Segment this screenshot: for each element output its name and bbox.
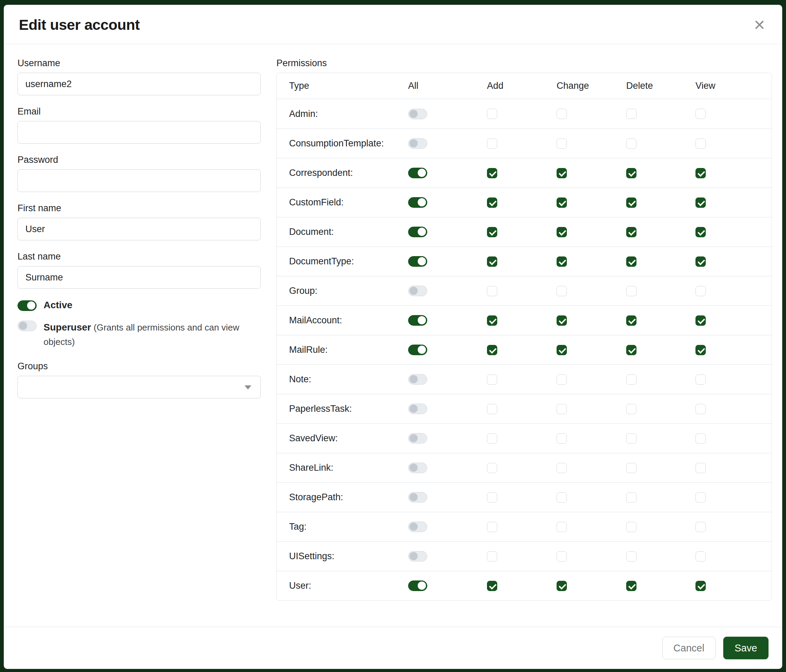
toggle-knob — [418, 345, 426, 354]
permission-add-checkbox[interactable] — [487, 551, 497, 562]
permission-add-checkbox[interactable] — [487, 227, 497, 237]
permission-add-checkbox[interactable] — [487, 345, 497, 355]
permission-delete-checkbox[interactable] — [626, 581, 637, 591]
email-input[interactable] — [17, 121, 261, 144]
permission-change-checkbox[interactable] — [556, 286, 567, 296]
permission-all-toggle[interactable] — [408, 168, 427, 178]
permission-add-checkbox[interactable] — [487, 286, 497, 296]
permission-all-toggle[interactable] — [408, 463, 427, 473]
permission-all-toggle[interactable] — [408, 551, 427, 562]
close-icon[interactable]: × — [752, 15, 767, 34]
permission-view-checkbox[interactable] — [695, 227, 706, 237]
permission-all-toggle[interactable] — [408, 315, 427, 326]
permission-delete-checkbox[interactable] — [626, 227, 637, 237]
permission-add-checkbox[interactable] — [487, 433, 497, 444]
permission-change-checkbox[interactable] — [556, 404, 567, 414]
permission-add-checkbox[interactable] — [487, 581, 497, 591]
permission-view-checkbox[interactable] — [695, 109, 706, 119]
permission-delete-checkbox[interactable] — [626, 109, 637, 119]
permission-delete-checkbox[interactable] — [626, 168, 637, 178]
permission-change-checkbox[interactable] — [556, 316, 567, 326]
permission-all-toggle[interactable] — [408, 256, 427, 267]
permission-view-checkbox[interactable] — [695, 168, 706, 178]
permission-all-toggle[interactable] — [408, 227, 427, 237]
permission-delete-checkbox[interactable] — [626, 256, 637, 267]
permission-add-checkbox[interactable] — [487, 492, 497, 502]
permission-change-checkbox[interactable] — [556, 492, 567, 502]
permission-view-checkbox[interactable] — [695, 286, 706, 296]
permission-all-toggle[interactable] — [408, 433, 427, 444]
permission-add-checkbox[interactable] — [487, 198, 497, 208]
groups-select[interactable] — [17, 376, 261, 399]
permission-view-checkbox[interactable] — [695, 551, 706, 562]
permission-delete-checkbox[interactable] — [626, 138, 637, 149]
password-input[interactable] — [17, 170, 261, 192]
permission-change-checkbox[interactable] — [556, 345, 567, 355]
permission-delete-checkbox[interactable] — [626, 492, 637, 502]
permission-all-toggle[interactable] — [408, 345, 427, 355]
permission-view-checkbox[interactable] — [695, 256, 706, 267]
username-input[interactable] — [17, 73, 261, 95]
permission-change-checkbox[interactable] — [556, 463, 567, 473]
permission-add-checkbox[interactable] — [487, 463, 497, 473]
permission-view-checkbox[interactable] — [695, 581, 706, 591]
permission-change-checkbox[interactable] — [556, 433, 567, 444]
permission-view-checkbox[interactable] — [695, 138, 706, 149]
permission-delete-checkbox[interactable] — [626, 463, 637, 473]
permission-view-checkbox[interactable] — [695, 404, 706, 414]
permission-view-checkbox[interactable] — [695, 198, 706, 208]
permission-all-toggle[interactable] — [408, 492, 427, 502]
edit-user-modal: Edit user account × Username Email Passw… — [4, 5, 782, 669]
permission-delete-checkbox[interactable] — [626, 198, 637, 208]
first-name-input[interactable] — [17, 218, 261, 240]
permission-all-toggle[interactable] — [408, 286, 427, 296]
permission-change-checkbox[interactable] — [556, 227, 567, 237]
permission-change-checkbox[interactable] — [556, 168, 567, 178]
permission-delete-checkbox[interactable] — [626, 551, 637, 562]
permission-add-checkbox[interactable] — [487, 138, 497, 149]
save-button[interactable]: Save — [723, 637, 769, 659]
permission-change-checkbox[interactable] — [556, 581, 567, 591]
permission-change-checkbox[interactable] — [556, 551, 567, 562]
permission-change-checkbox[interactable] — [556, 374, 567, 385]
permission-view-checkbox[interactable] — [695, 374, 706, 385]
permission-view-checkbox[interactable] — [695, 345, 706, 355]
permission-all-toggle[interactable] — [408, 521, 427, 532]
permission-add-checkbox[interactable] — [487, 404, 497, 414]
permission-delete-checkbox[interactable] — [626, 316, 637, 326]
permission-delete-checkbox[interactable] — [626, 433, 637, 444]
permission-add-checkbox[interactable] — [487, 316, 497, 326]
permission-add-checkbox[interactable] — [487, 374, 497, 385]
permission-add-checkbox[interactable] — [487, 522, 497, 532]
active-toggle[interactable] — [17, 300, 37, 311]
permission-delete-checkbox[interactable] — [626, 286, 637, 296]
permission-view-checkbox[interactable] — [695, 522, 706, 532]
permission-change-checkbox[interactable] — [556, 109, 567, 119]
permission-change-checkbox[interactable] — [556, 198, 567, 208]
permission-delete-checkbox[interactable] — [626, 374, 637, 385]
permission-all-toggle[interactable] — [408, 404, 427, 414]
permission-add-checkbox[interactable] — [487, 109, 497, 119]
column-header-view: View — [695, 80, 772, 91]
permission-change-checkbox[interactable] — [556, 138, 567, 149]
permission-view-checkbox[interactable] — [695, 492, 706, 502]
superuser-toggle[interactable] — [17, 320, 37, 331]
permission-change-checkbox[interactable] — [556, 522, 567, 532]
permission-delete-checkbox[interactable] — [626, 522, 637, 532]
permission-add-checkbox[interactable] — [487, 256, 497, 267]
permission-view-checkbox[interactable] — [695, 433, 706, 444]
permission-delete-checkbox[interactable] — [626, 404, 637, 414]
last-name-input[interactable] — [17, 266, 261, 289]
cancel-button[interactable]: Cancel — [662, 637, 716, 659]
permission-view-checkbox[interactable] — [695, 316, 706, 326]
permission-all-toggle[interactable] — [408, 197, 427, 208]
permission-delete-checkbox[interactable] — [626, 345, 637, 355]
permission-view-checkbox[interactable] — [695, 463, 706, 473]
permission-add-checkbox[interactable] — [487, 168, 497, 178]
permission-all-toggle[interactable] — [408, 109, 427, 119]
modal-header: Edit user account × — [4, 5, 782, 44]
permission-all-toggle[interactable] — [408, 374, 427, 385]
permission-change-checkbox[interactable] — [556, 256, 567, 267]
permission-all-toggle[interactable] — [408, 581, 427, 591]
permission-all-toggle[interactable] — [408, 138, 427, 149]
